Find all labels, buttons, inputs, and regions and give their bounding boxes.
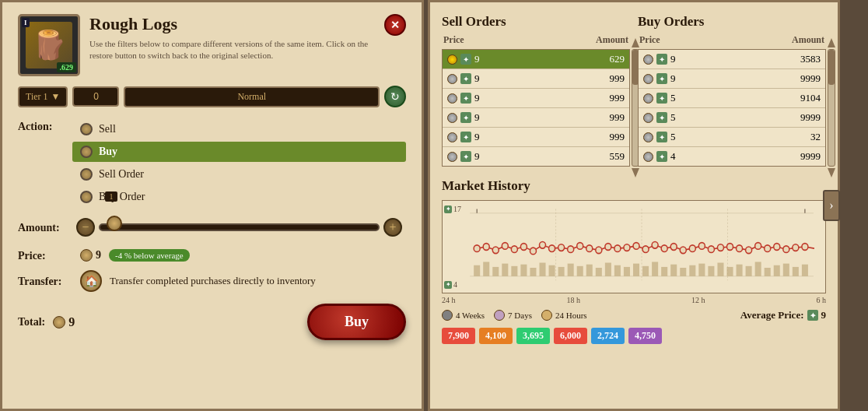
- svg-point-71: [755, 243, 761, 250]
- market-history-title: Market History: [442, 178, 826, 194]
- svg-point-58: [633, 243, 639, 250]
- y-min-label: 4: [453, 280, 457, 289]
- price-tag-3: 3,695: [516, 328, 550, 344]
- buy-order-row-3[interactable]: ✦ 5 9104: [639, 89, 825, 108]
- buy-coin-icon-3: [643, 93, 653, 104]
- sell-order-row-4[interactable]: ✦ 9 999: [443, 108, 629, 128]
- buy-coin-icon-4: [643, 113, 653, 123]
- action-row: Action: Sell Buy Sell Order Buy Order: [18, 119, 406, 207]
- legend-7days: 7 Days: [494, 310, 532, 321]
- sell-orders-headers: Price Amount: [442, 34, 630, 46]
- buy-scroll-down[interactable]: [828, 168, 835, 177]
- quality-select[interactable]: Normal: [124, 86, 380, 107]
- item-description: Use the filters below to compare differe…: [89, 38, 384, 62]
- sell-orders-wrapper: ✦ 9 629 ✦ 9 999: [442, 49, 630, 167]
- action-buy-order[interactable]: Buy Order: [72, 187, 406, 207]
- sell-order-row-3[interactable]: ✦ 9 999: [443, 89, 629, 108]
- price-tag-6: 4,750: [628, 328, 662, 344]
- amount-slider-track[interactable]: [99, 223, 380, 231]
- svg-point-47: [530, 248, 536, 255]
- buy-coin-icon-2: [643, 74, 653, 84]
- item-header: I .629 Rough Logs Use the filters below …: [18, 14, 406, 76]
- svg-point-45: [511, 246, 517, 253]
- svg-rect-28: [689, 265, 695, 276]
- buy-orders-section: Buy Orders Price Amount ✦ 9 3583: [638, 14, 826, 167]
- amount-slider-thumb[interactable]: [107, 216, 122, 231]
- action-buy[interactable]: Buy: [72, 142, 406, 162]
- buy-button[interactable]: Buy: [307, 304, 406, 340]
- svg-point-72: [765, 245, 771, 252]
- buy-order-row-5[interactable]: ✦ 5 32: [639, 128, 825, 147]
- svg-rect-24: [652, 262, 658, 276]
- svg-rect-17: [586, 265, 593, 276]
- svg-rect-32: [726, 267, 733, 276]
- svg-point-50: [558, 244, 565, 251]
- price-tag-2: 4,100: [479, 328, 513, 344]
- amount-plus-button[interactable]: +: [383, 218, 402, 237]
- chart-x-labels: 24 h 18 h 12 h 6 h: [442, 296, 826, 304]
- svg-point-55: [605, 244, 611, 251]
- orders-container: Sell Orders Price Amount ✦ 9 629: [442, 14, 826, 167]
- sell-order-row-1[interactable]: ✦ 9 629: [443, 50, 629, 69]
- sell-coin-icon-6: [447, 152, 457, 162]
- svg-rect-31: [717, 263, 723, 276]
- enchant-icon-1: ✦: [460, 54, 471, 65]
- price-value: 9: [80, 249, 101, 262]
- legend-label-7days: 7 Days: [508, 311, 532, 320]
- svg-point-64: [689, 245, 695, 252]
- buy-order-row-4[interactable]: ✦ 5 9999: [639, 108, 825, 128]
- action-options: Sell Buy Sell Order Buy Order: [72, 119, 406, 207]
- svg-rect-40: [802, 265, 808, 276]
- item-title: Rough Logs: [89, 14, 384, 34]
- radio-sell-order: [80, 168, 93, 181]
- avg-price-coin: ✦: [807, 310, 818, 321]
- legend-label-4weeks: 4 Weeks: [456, 311, 485, 320]
- action-sell-order[interactable]: Sell Order: [72, 164, 406, 184]
- side-toggle-arrow[interactable]: ›: [823, 190, 840, 221]
- buy-order-row-6[interactable]: ✦ 4 9999: [639, 147, 825, 166]
- tier-badge: I: [22, 18, 30, 27]
- svg-point-76: [802, 244, 808, 251]
- svg-rect-7: [492, 267, 499, 276]
- item-icon: I .629: [18, 14, 80, 76]
- svg-point-59: [642, 246, 649, 253]
- svg-rect-12: [539, 263, 545, 276]
- main-panel: I .629 Rough Logs Use the filters below …: [0, 0, 868, 411]
- svg-rect-34: [746, 266, 752, 276]
- buy-order-row-2[interactable]: ✦ 9 9999: [639, 69, 825, 89]
- buy-scrollbar[interactable]: [828, 49, 835, 167]
- svg-point-42: [483, 244, 489, 251]
- sell-order-row-6[interactable]: ✦ 9 559: [443, 147, 629, 166]
- sell-scroll-down[interactable]: [632, 168, 639, 177]
- svg-point-56: [614, 245, 621, 252]
- amount-label: Amount:: [18, 220, 72, 234]
- buy-coin-icon-5: [643, 132, 653, 142]
- sell-order-row-2[interactable]: ✦ 9 999: [443, 69, 629, 89]
- buy-orders-wrapper: ✦ 9 3583 ✦ 9 9999: [638, 49, 826, 167]
- svg-rect-33: [737, 265, 743, 276]
- chart-container: ✦ 17 ✦ 4: [442, 200, 826, 293]
- amount-minus-button[interactable]: −: [76, 218, 95, 237]
- buy-scroll-up[interactable]: [828, 38, 835, 47]
- x-label-18h: 18 h: [567, 296, 581, 304]
- sell-order-row-5[interactable]: ✦ 9 999: [443, 128, 629, 147]
- level-input[interactable]: [72, 86, 119, 107]
- refresh-button[interactable]: ↻: [384, 86, 406, 107]
- close-button[interactable]: ✕: [384, 14, 406, 36]
- action-sell[interactable]: Sell: [72, 119, 406, 139]
- svg-rect-36: [765, 268, 771, 276]
- tier-select[interactable]: Tier 1 ▼: [18, 86, 68, 107]
- x-label-24h: 24 h: [442, 296, 456, 304]
- svg-point-43: [492, 247, 499, 254]
- transfer-icon: 🏠: [80, 270, 102, 292]
- sell-coin-icon-2: [447, 74, 457, 84]
- buy-order-row-1[interactable]: ✦ 9 3583: [639, 50, 825, 69]
- svg-rect-35: [755, 262, 761, 276]
- sell-order-price-2: ✦ 9: [447, 72, 480, 85]
- legend-24hours: 24 Hours: [541, 310, 587, 321]
- svg-point-69: [737, 245, 743, 252]
- radio-buy-order: [80, 191, 93, 203]
- x-label-6h: 6 h: [817, 296, 827, 304]
- buy-coin-icon-1: [643, 54, 653, 65]
- sell-coin-icon-3: [447, 93, 457, 104]
